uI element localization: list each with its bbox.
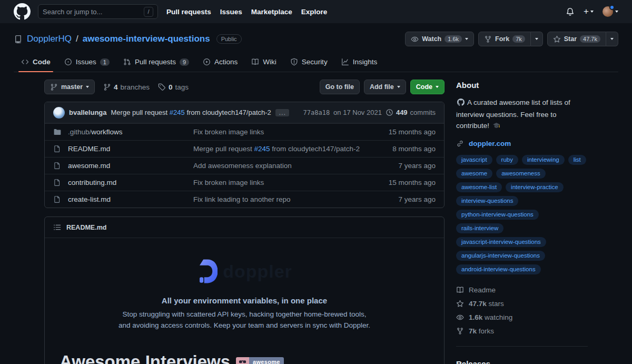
about-description: A curated awesome list of lists of inter… [456,97,588,132]
tab-issues[interactable]: Issues 1 [57,54,116,72]
file-path-prefix[interactable]: .github/ [68,128,91,136]
commit-ellipsis-button[interactable]: … [275,109,289,116]
topic-pill[interactable]: javascript [456,155,492,165]
watching-meta-link[interactable]: 1.6k watching [456,310,588,324]
fork-label: Fork [495,35,509,43]
doppler-wordmark: doppler [223,261,292,282]
fork-button[interactable]: Fork 7k [478,32,531,46]
stars-meta-link[interactable]: 47.7k stars [456,297,588,310]
topic-pill[interactable]: android-interview-questions [456,264,541,274]
readme-subtext-line2: and avoiding access controls. Keep your … [118,321,370,329]
pr-number-link[interactable]: #245 [254,145,270,153]
repo-header: DopplerHQ / awesome-interview-questions … [0,23,632,72]
file-commit-message[interactable]: Fix broken image links [193,179,264,186]
commit-history-link[interactable]: 449 commits [386,109,436,116]
file-commit-message[interactable]: Add awesomeness explanation [193,162,292,170]
topic-pill[interactable]: awesome-list [456,182,502,192]
file-link[interactable]: workflows [91,128,122,136]
global-search[interactable]: / [38,4,158,19]
readme-headline[interactable]: All your environment variables, in one p… [60,296,429,305]
file-commit-message[interactable]: Fix broken image links [193,128,264,136]
tab-actions[interactable]: Actions [196,54,244,72]
releases-title: Releases [456,359,588,364]
commit-message-rest: from cloudytech147/patch-2 [186,109,271,116]
commit-author-link[interactable]: bvallelunga [69,109,107,116]
forks-meta-link[interactable]: 7k forks [456,324,588,338]
shield-icon [290,58,298,66]
file-link[interactable]: README.md [68,145,110,153]
octocat-emoji [457,98,465,109]
user-menu[interactable] [603,6,618,17]
awesome-badge[interactable]: awesome [236,357,284,364]
file-link[interactable]: create-list.md [68,195,111,203]
topic-pill[interactable]: awesomeness [496,169,546,179]
readme-meta-link[interactable]: Readme [456,283,588,297]
topic-pill[interactable]: ruby [496,155,518,165]
github-logo-icon[interactable] [14,3,31,20]
tab-security[interactable]: Security [283,54,334,72]
file-commit-message[interactable]: Merge pull request [193,145,254,153]
repo-name-link[interactable]: awesome-interview-questions [83,34,210,44]
tags-label: tags [175,83,189,91]
topic-pill[interactable]: angularjs-interview-questions [456,251,545,261]
fork-dropdown-button[interactable] [531,32,543,46]
commit-hash-link[interactable]: 77a8a18 [303,109,330,116]
file-link[interactable]: awesome.md [68,162,110,170]
commit-message[interactable]: Merge pull request #245 from cloudytech1… [111,109,271,116]
topic-pill[interactable]: python-interview-questions [456,210,539,220]
commit-author-avatar[interactable] [53,107,65,119]
star-dropdown-button[interactable] [606,32,618,46]
topic-pill[interactable]: interview-questions [456,196,518,206]
eye-icon [456,313,464,321]
tags-count: 0 [169,83,173,91]
file-link[interactable]: contributing.md [68,179,116,186]
star-button[interactable]: Star 47.7k [547,32,606,46]
chevron-down-icon [86,86,89,88]
tags-link[interactable]: 0 tags [158,83,189,91]
topic-pill[interactable]: list [568,155,586,165]
topic-pill[interactable]: rails-interview [456,223,503,233]
file-commit-message[interactable]: Fix link leading to another repo [193,195,291,203]
commits-label: commits [410,109,436,116]
code-download-button[interactable]: Code [410,80,445,94]
table-row[interactable]: create-list.md Fix link leading to anoth… [45,191,444,208]
search-input[interactable] [43,8,141,16]
watch-count: 1.6k [445,35,462,43]
nav-link-issues[interactable]: Issues [220,8,242,16]
tab-insights[interactable]: Insights [334,54,384,72]
add-file-label: Add file [370,83,394,91]
repo-meta-list: Readme 47.7k stars 1.6k watching 7k fork… [456,283,588,338]
nav-link-marketplace[interactable]: Marketplace [251,8,292,16]
nav-link-explore[interactable]: Explore [301,8,328,16]
nav-link-pull-requests[interactable]: Pull requests [166,8,211,16]
readme-body: doppler All your environment variables, … [45,238,444,364]
doppler-banner[interactable]: doppler [60,259,429,283]
go-to-file-button[interactable]: Go to file [320,80,360,94]
tab-pull-requests[interactable]: Pull requests 9 [116,54,196,72]
table-row[interactable]: awesome.md Add awesomeness explanation 7… [45,157,444,174]
list-icon[interactable] [53,223,61,231]
branches-label: branches [121,83,150,91]
watch-button[interactable]: Watch 1.6k [405,32,474,46]
table-row[interactable]: contributing.md Fix broken image links 1… [45,174,444,191]
tab-code[interactable]: Code [14,54,57,72]
topic-pill[interactable]: interviewing [522,155,565,165]
tab-wiki[interactable]: Wiki [244,54,283,72]
tag-icon [158,83,166,91]
table-row[interactable]: .github/workflows Fix broken image links… [45,123,444,140]
branches-link[interactable]: 4 branches [103,83,150,91]
bell-icon[interactable] [566,7,575,16]
pr-number-link[interactable]: #245 [170,109,185,116]
file-commit-message-rest[interactable]: from cloudytech147/patch-2 [270,145,360,153]
topic-pill[interactable]: awesome [456,169,492,179]
repo-owner-link[interactable]: DopplerHQ [27,34,72,44]
meta-label: watching [485,313,512,321]
branch-selector[interactable]: master [44,80,95,94]
topic-pill[interactable]: javascript-interview-questions [456,237,546,247]
topic-pill[interactable]: interview-practice [506,182,563,192]
table-row[interactable]: README.md Merge pull request #245 from c… [45,140,444,157]
add-file-button[interactable]: Add file [364,80,406,94]
create-new-button[interactable]: + [584,6,594,17]
website-link[interactable]: doppler.com [469,140,511,147]
chevron-down-icon [535,38,538,40]
